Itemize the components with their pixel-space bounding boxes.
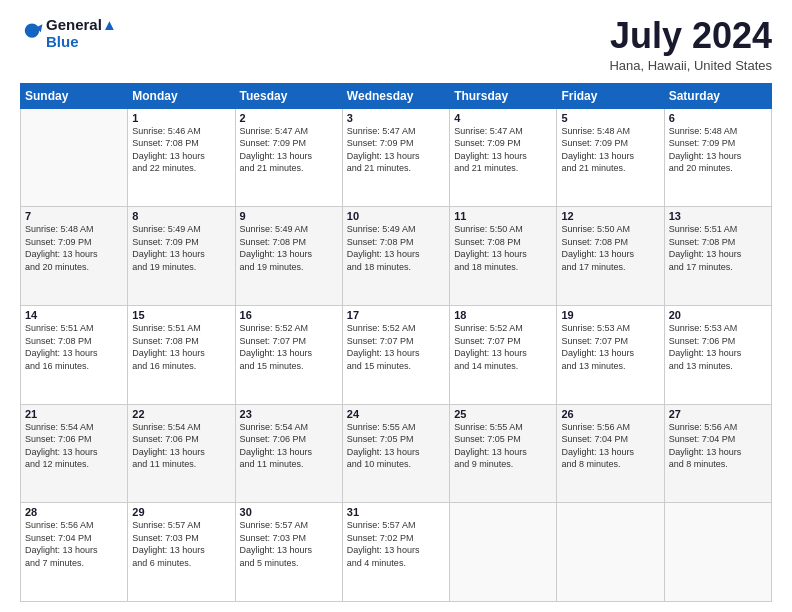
day-number: 7 [25,210,123,222]
day-info: Sunrise: 5:56 AM Sunset: 7:04 PM Dayligh… [561,421,659,471]
logo-icon [20,21,44,45]
day-info: Sunrise: 5:57 AM Sunset: 7:03 PM Dayligh… [132,519,230,569]
logo: General▲ Blue [20,16,117,51]
month-title: July 2024 [609,16,772,56]
day-number: 29 [132,506,230,518]
day-number: 19 [561,309,659,321]
calendar-cell [557,503,664,602]
calendar-cell: 14Sunrise: 5:51 AM Sunset: 7:08 PM Dayli… [21,305,128,404]
day-info: Sunrise: 5:48 AM Sunset: 7:09 PM Dayligh… [561,125,659,175]
day-number: 24 [347,408,445,420]
day-info: Sunrise: 5:51 AM Sunset: 7:08 PM Dayligh… [669,223,767,273]
calendar-cell: 10Sunrise: 5:49 AM Sunset: 7:08 PM Dayli… [342,207,449,306]
day-number: 20 [669,309,767,321]
day-info: Sunrise: 5:49 AM Sunset: 7:08 PM Dayligh… [240,223,338,273]
calendar-cell: 25Sunrise: 5:55 AM Sunset: 7:05 PM Dayli… [450,404,557,503]
calendar-cell: 23Sunrise: 5:54 AM Sunset: 7:06 PM Dayli… [235,404,342,503]
day-info: Sunrise: 5:47 AM Sunset: 7:09 PM Dayligh… [347,125,445,175]
calendar-cell: 3Sunrise: 5:47 AM Sunset: 7:09 PM Daylig… [342,108,449,207]
calendar-cell: 19Sunrise: 5:53 AM Sunset: 7:07 PM Dayli… [557,305,664,404]
calendar-cell: 30Sunrise: 5:57 AM Sunset: 7:03 PM Dayli… [235,503,342,602]
calendar-cell: 24Sunrise: 5:55 AM Sunset: 7:05 PM Dayli… [342,404,449,503]
calendar-cell: 27Sunrise: 5:56 AM Sunset: 7:04 PM Dayli… [664,404,771,503]
day-number: 6 [669,112,767,124]
calendar-cell: 22Sunrise: 5:54 AM Sunset: 7:06 PM Dayli… [128,404,235,503]
calendar-week-row: 1Sunrise: 5:46 AM Sunset: 7:08 PM Daylig… [21,108,772,207]
calendar-cell: 1Sunrise: 5:46 AM Sunset: 7:08 PM Daylig… [128,108,235,207]
calendar-cell: 26Sunrise: 5:56 AM Sunset: 7:04 PM Dayli… [557,404,664,503]
day-info: Sunrise: 5:53 AM Sunset: 7:06 PM Dayligh… [669,322,767,372]
calendar-cell: 12Sunrise: 5:50 AM Sunset: 7:08 PM Dayli… [557,207,664,306]
day-info: Sunrise: 5:46 AM Sunset: 7:08 PM Dayligh… [132,125,230,175]
day-number: 30 [240,506,338,518]
calendar-cell: 4Sunrise: 5:47 AM Sunset: 7:09 PM Daylig… [450,108,557,207]
weekday-header: Thursday [450,83,557,108]
day-info: Sunrise: 5:56 AM Sunset: 7:04 PM Dayligh… [25,519,123,569]
logo-text: General▲ Blue [46,16,117,51]
day-info: Sunrise: 5:52 AM Sunset: 7:07 PM Dayligh… [347,322,445,372]
page: General▲ Blue July 2024 Hana, Hawaii, Un… [0,0,792,612]
day-info: Sunrise: 5:53 AM Sunset: 7:07 PM Dayligh… [561,322,659,372]
day-info: Sunrise: 5:54 AM Sunset: 7:06 PM Dayligh… [240,421,338,471]
day-info: Sunrise: 5:55 AM Sunset: 7:05 PM Dayligh… [454,421,552,471]
day-info: Sunrise: 5:47 AM Sunset: 7:09 PM Dayligh… [240,125,338,175]
day-number: 14 [25,309,123,321]
day-number: 13 [669,210,767,222]
day-number: 4 [454,112,552,124]
location: Hana, Hawaii, United States [609,58,772,73]
calendar-cell: 9Sunrise: 5:49 AM Sunset: 7:08 PM Daylig… [235,207,342,306]
calendar-cell: 5Sunrise: 5:48 AM Sunset: 7:09 PM Daylig… [557,108,664,207]
calendar-cell: 16Sunrise: 5:52 AM Sunset: 7:07 PM Dayli… [235,305,342,404]
day-number: 23 [240,408,338,420]
day-info: Sunrise: 5:54 AM Sunset: 7:06 PM Dayligh… [25,421,123,471]
calendar-cell: 11Sunrise: 5:50 AM Sunset: 7:08 PM Dayli… [450,207,557,306]
calendar-week-row: 21Sunrise: 5:54 AM Sunset: 7:06 PM Dayli… [21,404,772,503]
calendar-cell [664,503,771,602]
weekday-header: Saturday [664,83,771,108]
day-number: 8 [132,210,230,222]
calendar-header-row: SundayMondayTuesdayWednesdayThursdayFrid… [21,83,772,108]
day-info: Sunrise: 5:57 AM Sunset: 7:02 PM Dayligh… [347,519,445,569]
day-number: 1 [132,112,230,124]
calendar-cell: 6Sunrise: 5:48 AM Sunset: 7:09 PM Daylig… [664,108,771,207]
calendar-week-row: 28Sunrise: 5:56 AM Sunset: 7:04 PM Dayli… [21,503,772,602]
calendar-cell: 18Sunrise: 5:52 AM Sunset: 7:07 PM Dayli… [450,305,557,404]
day-number: 18 [454,309,552,321]
calendar-cell [21,108,128,207]
day-number: 17 [347,309,445,321]
day-number: 21 [25,408,123,420]
day-number: 26 [561,408,659,420]
weekday-header: Tuesday [235,83,342,108]
day-number: 25 [454,408,552,420]
calendar-cell: 17Sunrise: 5:52 AM Sunset: 7:07 PM Dayli… [342,305,449,404]
title-block: July 2024 Hana, Hawaii, United States [609,16,772,73]
day-number: 16 [240,309,338,321]
calendar-cell: 15Sunrise: 5:51 AM Sunset: 7:08 PM Dayli… [128,305,235,404]
day-info: Sunrise: 5:51 AM Sunset: 7:08 PM Dayligh… [25,322,123,372]
header: General▲ Blue July 2024 Hana, Hawaii, Un… [20,16,772,73]
day-info: Sunrise: 5:49 AM Sunset: 7:08 PM Dayligh… [347,223,445,273]
calendar-cell: 13Sunrise: 5:51 AM Sunset: 7:08 PM Dayli… [664,207,771,306]
calendar-week-row: 7Sunrise: 5:48 AM Sunset: 7:09 PM Daylig… [21,207,772,306]
day-info: Sunrise: 5:49 AM Sunset: 7:09 PM Dayligh… [132,223,230,273]
day-number: 22 [132,408,230,420]
calendar-table: SundayMondayTuesdayWednesdayThursdayFrid… [20,83,772,602]
day-info: Sunrise: 5:50 AM Sunset: 7:08 PM Dayligh… [454,223,552,273]
calendar-cell: 28Sunrise: 5:56 AM Sunset: 7:04 PM Dayli… [21,503,128,602]
weekday-header: Friday [557,83,664,108]
day-number: 10 [347,210,445,222]
calendar-cell: 29Sunrise: 5:57 AM Sunset: 7:03 PM Dayli… [128,503,235,602]
day-info: Sunrise: 5:50 AM Sunset: 7:08 PM Dayligh… [561,223,659,273]
day-number: 28 [25,506,123,518]
day-info: Sunrise: 5:48 AM Sunset: 7:09 PM Dayligh… [25,223,123,273]
calendar-cell: 20Sunrise: 5:53 AM Sunset: 7:06 PM Dayli… [664,305,771,404]
day-number: 15 [132,309,230,321]
day-number: 2 [240,112,338,124]
day-number: 5 [561,112,659,124]
day-number: 27 [669,408,767,420]
day-number: 3 [347,112,445,124]
calendar-cell [450,503,557,602]
day-info: Sunrise: 5:51 AM Sunset: 7:08 PM Dayligh… [132,322,230,372]
day-info: Sunrise: 5:54 AM Sunset: 7:06 PM Dayligh… [132,421,230,471]
day-info: Sunrise: 5:56 AM Sunset: 7:04 PM Dayligh… [669,421,767,471]
